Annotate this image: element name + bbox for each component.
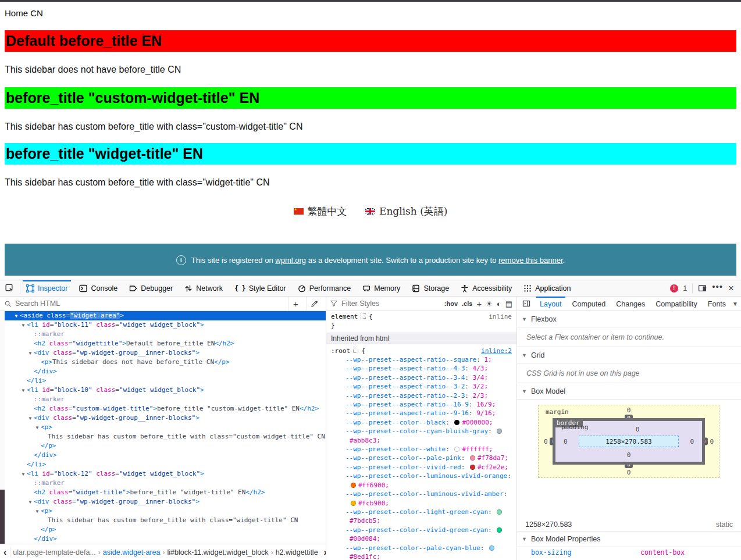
boxmodel-properties-header[interactable]: ▼ Box Model Properties — [517, 531, 741, 547]
margin-box[interactable]: margin 0 0 0 0 0 0 0 0 border padding 0 — [538, 405, 719, 478]
sidebar-tab-computed[interactable]: Computed — [567, 297, 611, 311]
markup-node-row[interactable]: ▼<div class="wp-widget-group__inner-bloc… — [0, 497, 326, 507]
breadcrumb-item[interactable]: ular.page-template-defa... — [13, 548, 95, 557]
tab-debugger[interactable]: Debugger — [123, 280, 179, 296]
margin-left-value[interactable]: 0 — [544, 438, 548, 445]
markup-node-row[interactable]: ▼<li id="block-12" class="widget widget_… — [0, 469, 326, 479]
tab-application[interactable]: Application — [518, 280, 576, 296]
css-property[interactable]: --wp--preset--aspect-ratio--square: 1; — [326, 355, 516, 364]
markup-node-row[interactable]: ▼<p> — [0, 423, 326, 432]
css-property[interactable]: --wp--preset--aspect-ratio--2-3: 2/3; — [326, 391, 516, 400]
markup-node-row[interactable]: ▼<li id="block-11" class="widget widget_… — [0, 320, 326, 330]
markup-node-row[interactable]: </li> — [0, 376, 326, 386]
tab-accessibility[interactable]: Accessibility — [455, 280, 518, 296]
breadcrumb-scroll-left-icon[interactable]: ‹ — [0, 547, 10, 558]
light-scheme-icon[interactable]: ☀ — [486, 300, 493, 308]
markup-node-row[interactable]: <h2 class="widget-title">before_title "w… — [0, 488, 326, 497]
css-property[interactable]: --wp--preset--color--light-green-cyan: #… — [326, 508, 516, 526]
color-swatch-icon[interactable] — [489, 545, 494, 551]
tab-performance[interactable]: Performance — [292, 280, 357, 296]
markup-node-row[interactable]: </div> — [0, 451, 326, 460]
breadcrumb-item[interactable]: li#block-11.widget.widget_block — [167, 548, 268, 557]
more-tabs-icon[interactable]: ▼ — [732, 301, 741, 307]
tab-console[interactable]: Console — [73, 280, 123, 296]
flexbox-section-header[interactable]: ▼ Flexbox — [517, 311, 741, 327]
markup-node-row[interactable]: This sidebar has custom before_title wit… — [0, 432, 326, 441]
css-property[interactable]: --wp--preset--aspect-ratio--9-16: 9/16; — [326, 409, 516, 418]
color-swatch-icon[interactable] — [470, 455, 475, 461]
css-property[interactable]: --wp--preset--aspect-ratio--4-3: 4/3; — [326, 364, 516, 373]
css-property[interactable]: --wp--preset--color--pale-pink: #f78da7; — [326, 454, 516, 462]
markup-node-row[interactable]: ::marker — [0, 395, 326, 404]
css-property[interactable]: --wp--preset--color--vivid-red: #cf2e2e; — [326, 463, 516, 472]
gutter-thumb[interactable] — [0, 490, 5, 544]
tab-styleeditor[interactable]: { }Style Editor — [229, 280, 292, 296]
markup-node-row[interactable]: </div> — [0, 367, 326, 376]
home-link[interactable]: Home CN — [5, 8, 736, 19]
markup-node-row[interactable]: </li> — [0, 460, 326, 469]
css-property[interactable]: --wp--preset--color--black: #000000; — [326, 418, 516, 427]
markup-node-row[interactable]: <h2 class="custom-widget-title">before_t… — [0, 404, 326, 413]
markup-node-row[interactable]: </div> — [0, 534, 326, 544]
markup-node-row[interactable]: ▼<li id="block-10" class="widget widget_… — [0, 386, 326, 395]
responsive-mode-icon[interactable] — [698, 284, 707, 293]
markup-search-bar[interactable]: Search HTML + — [0, 297, 326, 311]
expand-twisty-icon[interactable]: ▼ — [27, 498, 34, 507]
sidebar-tab-changes[interactable]: Changes — [611, 297, 650, 311]
expand-twisty-icon[interactable]: ▼ — [13, 312, 20, 321]
color-swatch-icon[interactable] — [351, 501, 356, 506]
css-property[interactable]: --wp--preset--color--pale-cyan-blue: #8e… — [326, 544, 516, 560]
markup-node-row[interactable]: ▼<p> — [0, 507, 326, 516]
tab-storage[interactable]: Storage — [406, 280, 455, 296]
css-property[interactable]: --wp--preset--color--luminous-vivid-ambe… — [326, 490, 516, 508]
markup-node-row[interactable]: <h2 class="widgettitle">Default before_t… — [0, 339, 326, 348]
meatball-menu-icon[interactable]: ••• — [712, 284, 723, 293]
tab-inspector[interactable]: Inspector — [20, 280, 73, 296]
markup-node-row[interactable]: This sidebar has custom before_title wit… — [0, 516, 326, 525]
markup-node-row[interactable]: ▼<div class="wp-widget-group__inner-bloc… — [0, 413, 326, 423]
breadcrumb-item[interactable]: h2.widgettitle — [276, 548, 318, 557]
property-value[interactable]: content-box — [640, 547, 685, 559]
filter-styles-input[interactable]: Filter Styles — [341, 299, 440, 308]
boxmodel-section-header[interactable]: ▼ Box Model — [517, 383, 741, 400]
padding-bottom-value[interactable]: 0 — [627, 451, 631, 459]
class-toggle-button[interactable]: .cls — [462, 300, 472, 307]
margin-right-value[interactable]: 0 — [710, 438, 714, 445]
markup-node-row[interactable]: ▼<div class="wp-widget-group__inner-bloc… — [0, 348, 326, 358]
css-property[interactable]: --wp--preset--color--white: #ffffff; — [326, 445, 516, 454]
sidebar-toggle-icon[interactable] — [519, 299, 533, 308]
print-media-icon[interactable]: ▤ — [505, 300, 512, 308]
color-swatch-icon[interactable] — [454, 420, 459, 425]
breadcrumb-scroll-right-icon[interactable]: › — [320, 547, 326, 558]
highlighter-toggle-icon[interactable] — [361, 313, 366, 319]
remove-banner-link[interactable]: remove this banner — [498, 256, 563, 265]
markup-node-row[interactable]: <p>This sidebar does not have before_tit… — [0, 358, 326, 367]
eyedropper-icon[interactable] — [307, 297, 322, 311]
margin-top-value[interactable]: 0 — [627, 406, 631, 414]
grid-section-header[interactable]: ▼ Grid — [517, 347, 741, 363]
markup-node-row[interactable]: </p> — [0, 441, 326, 451]
dark-scheme-icon[interactable]: ◐ — [497, 300, 501, 308]
margin-bottom-value[interactable]: 0 — [627, 469, 631, 476]
tab-network[interactable]: Network — [179, 280, 229, 296]
markup-node-row[interactable]: ::marker — [0, 479, 326, 488]
css-rule-selector[interactable]: :root{inline:2 — [326, 347, 516, 355]
add-node-icon[interactable]: + — [288, 297, 303, 311]
border-box[interactable]: border padding 0 0 0 0 1258×270.583 — [553, 418, 705, 465]
markup-node-row[interactable]: ▼<aside class="widget-area"> — [0, 311, 326, 320]
expand-twisty-icon[interactable]: ▼ — [27, 349, 34, 358]
color-swatch-icon[interactable] — [351, 483, 356, 488]
markup-node-row[interactable]: ::marker — [0, 330, 326, 339]
expand-twisty-icon[interactable]: ▼ — [20, 470, 27, 479]
error-badge-icon[interactable]: ! — [670, 284, 678, 293]
expand-twisty-icon[interactable]: ▼ — [27, 414, 34, 423]
sidebar-tab-layout[interactable]: Layout — [535, 297, 567, 311]
wpml-org-link[interactable]: wpml.org — [275, 256, 306, 265]
padding-left-value[interactable]: 0 — [564, 438, 568, 445]
node-picker-icon[interactable] — [0, 280, 20, 296]
color-swatch-icon[interactable] — [497, 429, 502, 434]
css-property[interactable]: --wp--preset--color--luminous-vivid-oran… — [326, 472, 516, 490]
padding-right-value[interactable]: 0 — [690, 438, 694, 445]
sidebar-tab-compatibility[interactable]: Compatibility — [650, 297, 703, 311]
search-input[interactable]: Search HTML — [15, 299, 284, 308]
